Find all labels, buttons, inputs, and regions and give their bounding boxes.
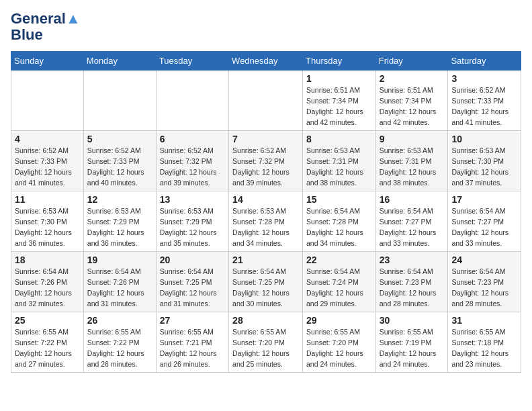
day-number: 29 — [306, 315, 372, 326]
weekday-header-thursday: Thursday — [303, 52, 376, 71]
day-number: 25 — [15, 315, 80, 326]
calendar-cell: 15 Sunrise: 6:54 AM Sunset: 7:28 PM Dayl… — [303, 191, 376, 252]
day-number: 22 — [306, 255, 372, 265]
day-sunset: Sunset: 7:22 PM — [87, 338, 140, 347]
day-number: 2 — [380, 73, 445, 84]
day-daylight: Daylight: 12 hours and 27 minutes. — [15, 349, 72, 368]
day-daylight: Daylight: 12 hours and 25 minutes. — [232, 349, 290, 368]
weekday-header-tuesday: Tuesday — [156, 52, 228, 71]
calendar-cell — [83, 71, 156, 131]
calendar-cell — [156, 71, 228, 131]
calendar-cell: 29 Sunrise: 6:55 AM Sunset: 7:20 PM Dayl… — [303, 312, 376, 373]
day-daylight: Daylight: 12 hours and 30 minutes. — [232, 289, 290, 308]
day-daylight: Daylight: 12 hours and 40 minutes. — [87, 168, 144, 187]
day-number: 31 — [451, 315, 517, 326]
day-sunrise: Sunrise: 6:53 AM — [451, 146, 505, 154]
day-number: 3 — [451, 73, 517, 84]
day-number: 6 — [160, 134, 225, 144]
day-number: 26 — [87, 315, 152, 326]
day-sunset: Sunset: 7:33 PM — [15, 157, 67, 165]
day-number: 17 — [451, 194, 517, 205]
day-daylight: Daylight: 12 hours and 34 minutes. — [306, 228, 363, 247]
day-daylight: Daylight: 12 hours and 23 minutes. — [451, 349, 508, 368]
page-header: General▲Blue — [11, 11, 521, 43]
calendar-week-row: 25 Sunrise: 6:55 AM Sunset: 7:22 PM Dayl… — [11, 312, 521, 373]
day-sunset: Sunset: 7:32 PM — [232, 157, 285, 165]
day-sunrise: Sunrise: 6:54 AM — [451, 267, 505, 275]
day-sunset: Sunset: 7:29 PM — [87, 218, 140, 226]
day-sunrise: Sunrise: 6:53 AM — [306, 146, 360, 154]
calendar-cell: 23 Sunrise: 6:54 AM Sunset: 7:23 PM Dayl… — [375, 252, 448, 312]
day-sunset: Sunset: 7:28 PM — [306, 218, 359, 226]
day-number: 15 — [306, 194, 372, 205]
day-sunrise: Sunrise: 6:55 AM — [87, 328, 141, 336]
day-sunrise: Sunrise: 6:55 AM — [160, 328, 214, 336]
day-number: 5 — [87, 134, 152, 144]
day-sunrise: Sunrise: 6:54 AM — [87, 267, 141, 275]
calendar-cell: 7 Sunrise: 6:52 AM Sunset: 7:32 PM Dayli… — [229, 131, 303, 191]
calendar-cell — [229, 71, 303, 131]
calendar-cell: 1 Sunrise: 6:51 AM Sunset: 7:34 PM Dayli… — [303, 71, 376, 131]
day-number: 19 — [87, 255, 152, 265]
day-sunset: Sunset: 7:26 PM — [87, 278, 140, 286]
day-sunrise: Sunrise: 6:53 AM — [380, 146, 433, 154]
day-sunrise: Sunrise: 6:53 AM — [160, 207, 214, 215]
day-sunset: Sunset: 7:23 PM — [380, 278, 432, 286]
calendar-week-row: 18 Sunrise: 6:54 AM Sunset: 7:26 PM Dayl… — [11, 252, 521, 312]
day-sunrise: Sunrise: 6:51 AM — [380, 86, 433, 94]
day-sunset: Sunset: 7:21 PM — [160, 338, 212, 347]
calendar-cell: 17 Sunrise: 6:54 AM Sunset: 7:27 PM Dayl… — [448, 191, 521, 252]
day-sunrise: Sunrise: 6:55 AM — [380, 328, 433, 336]
day-number: 1 — [306, 73, 372, 84]
day-sunrise: Sunrise: 6:53 AM — [15, 207, 69, 215]
day-daylight: Daylight: 12 hours and 31 minutes. — [87, 289, 144, 308]
calendar-cell: 25 Sunrise: 6:55 AM Sunset: 7:22 PM Dayl… — [11, 312, 84, 373]
day-sunrise: Sunrise: 6:54 AM — [380, 267, 433, 275]
day-number: 4 — [15, 134, 80, 144]
day-sunrise: Sunrise: 6:51 AM — [306, 86, 360, 94]
day-sunset: Sunset: 7:18 PM — [451, 338, 504, 347]
logo: General▲Blue — [11, 11, 81, 43]
day-sunrise: Sunrise: 6:54 AM — [306, 267, 360, 275]
calendar-cell: 28 Sunrise: 6:55 AM Sunset: 7:20 PM Dayl… — [229, 312, 303, 373]
day-number: 12 — [87, 194, 152, 205]
day-number: 11 — [15, 194, 80, 205]
day-sunset: Sunset: 7:20 PM — [232, 338, 285, 347]
day-daylight: Daylight: 12 hours and 39 minutes. — [232, 168, 290, 187]
day-sunrise: Sunrise: 6:53 AM — [232, 207, 286, 215]
day-daylight: Daylight: 12 hours and 28 minutes. — [451, 289, 508, 308]
day-number: 10 — [451, 134, 517, 144]
day-sunset: Sunset: 7:22 PM — [15, 338, 67, 347]
calendar-week-row: 4 Sunrise: 6:52 AM Sunset: 7:33 PM Dayli… — [11, 131, 521, 191]
day-sunset: Sunset: 7:31 PM — [306, 157, 359, 165]
day-number: 16 — [380, 194, 445, 205]
weekday-header-wednesday: Wednesday — [229, 52, 303, 71]
day-number: 18 — [15, 255, 80, 265]
day-number: 23 — [380, 255, 445, 265]
day-number: 24 — [451, 255, 517, 265]
calendar-cell: 16 Sunrise: 6:54 AM Sunset: 7:27 PM Dayl… — [375, 191, 448, 252]
day-daylight: Daylight: 12 hours and 28 minutes. — [380, 289, 437, 308]
day-daylight: Daylight: 12 hours and 42 minutes. — [380, 107, 437, 126]
day-sunrise: Sunrise: 6:54 AM — [451, 207, 505, 215]
day-sunset: Sunset: 7:30 PM — [15, 218, 67, 226]
day-daylight: Daylight: 12 hours and 38 minutes. — [380, 168, 437, 187]
calendar-cell: 2 Sunrise: 6:51 AM Sunset: 7:34 PM Dayli… — [375, 71, 448, 131]
day-sunset: Sunset: 7:27 PM — [451, 218, 504, 226]
day-sunset: Sunset: 7:33 PM — [87, 157, 140, 165]
day-number: 8 — [306, 134, 372, 144]
calendar-cell: 31 Sunrise: 6:55 AM Sunset: 7:18 PM Dayl… — [448, 312, 521, 373]
calendar-cell: 27 Sunrise: 6:55 AM Sunset: 7:21 PM Dayl… — [156, 312, 228, 373]
calendar-cell: 14 Sunrise: 6:53 AM Sunset: 7:28 PM Dayl… — [229, 191, 303, 252]
day-daylight: Daylight: 12 hours and 26 minutes. — [160, 349, 217, 368]
day-daylight: Daylight: 12 hours and 33 minutes. — [451, 228, 508, 247]
day-sunrise: Sunrise: 6:55 AM — [306, 328, 360, 336]
day-sunset: Sunset: 7:27 PM — [380, 218, 432, 226]
day-sunrise: Sunrise: 6:54 AM — [15, 267, 69, 275]
calendar-cell: 3 Sunrise: 6:52 AM Sunset: 7:33 PM Dayli… — [448, 71, 521, 131]
calendar-cell: 24 Sunrise: 6:54 AM Sunset: 7:23 PM Dayl… — [448, 252, 521, 312]
day-daylight: Daylight: 12 hours and 42 minutes. — [306, 107, 363, 126]
day-daylight: Daylight: 12 hours and 26 minutes. — [87, 349, 144, 368]
logo-text: General▲Blue — [11, 11, 81, 43]
day-daylight: Daylight: 12 hours and 29 minutes. — [306, 289, 363, 308]
